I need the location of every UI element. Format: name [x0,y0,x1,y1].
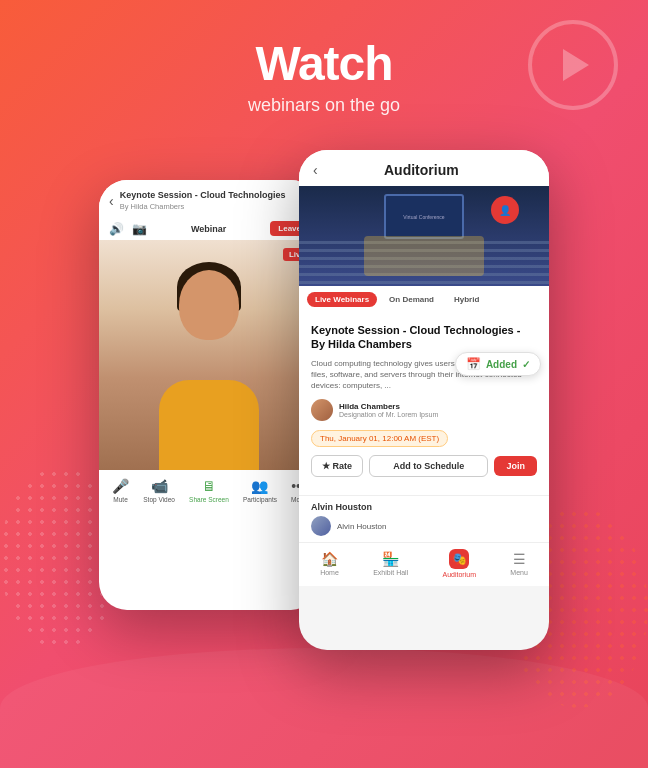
speaker-designation: Designation of Mr. Lorem Ipsum [339,411,438,418]
auditorium-icon: 🎭 [452,552,467,566]
mute-icon: 🎤 [112,478,129,494]
mute-label: Mute [113,496,127,503]
nav-menu[interactable]: ☰ Menu [510,551,528,576]
nav-participants[interactable]: 👥 Participants [243,478,277,503]
tab-on-demand[interactable]: On Demand [381,292,442,307]
nav-stop-video[interactable]: 📹 Stop Video [143,478,175,503]
participants-label: Participants [243,496,277,503]
video-area: Live [99,240,319,470]
tab-hybrid[interactable]: Hybrid [446,292,487,307]
session-title-left: Keynote Session - Cloud Technologies By … [120,190,309,211]
tab-live-webinars[interactable]: Live Webinars [307,292,377,307]
share-screen-icon: 🖥 [202,478,216,494]
speaker-info: Hilda Chambers Designation of Mr. Lorem … [339,402,438,418]
nav-share-screen[interactable]: 🖥 Share Screen [189,478,229,503]
session-title-right: Keynote Session - Cloud Technologies - B… [311,323,537,352]
nav-home[interactable]: 🏠 Home [320,551,339,576]
join-button[interactable]: Join [494,456,537,476]
share-screen-label: Share Screen [189,496,229,503]
phone-right-header: ‹ Auditorium [299,150,549,186]
auditorium-title: Auditorium [328,162,515,178]
back-arrow-right[interactable]: ‹ [313,162,318,178]
home-label: Home [320,569,339,576]
calendar-icon: 📅 [466,357,481,371]
phone-left: ‹ Keynote Session - Cloud Technologies B… [99,180,319,610]
stage-area [364,236,484,276]
second-speaker-info: Alvin Houston [311,516,537,536]
stop-video-icon: 📹 [151,478,168,494]
person-body [159,380,259,470]
check-icon: ✓ [522,359,530,370]
nav-exhibit-hall[interactable]: 🏪 Exhibit Hall [373,551,408,576]
webinar-label: Webinar [155,224,262,234]
nav-mute[interactable]: 🎤 Mute [112,478,129,503]
header: Watch webinars on the go [0,0,648,116]
speaker-name: Hilda Chambers [339,402,438,411]
bottom-nav-phone: 🎤 Mute 📹 Stop Video 🖥 Share Screen 👥 Par… [105,478,313,503]
webinar-controls-bar: 🔊 📷 Webinar Leave [99,217,319,240]
participants-icon: 👥 [251,478,268,494]
session-card: Keynote Session - Cloud Technologies - B… [299,313,549,495]
second-speaker-avatar [311,516,331,536]
person-head [179,270,239,340]
time-badge: Thu, January 01, 12:00 AM (EST) [311,430,448,447]
phone-left-top-bar: ‹ Keynote Session - Cloud Technologies B… [99,180,319,217]
screen-text: Virtual Conference [403,214,444,220]
volume-icon[interactable]: 🔊 [109,222,124,236]
auditorium-image: Virtual Conference 👤 [299,186,549,286]
phone-left-bottom-nav: 🎤 Mute 📹 Stop Video 🖥 Share Screen 👥 Par… [99,470,319,507]
phones-container: ‹ Keynote Session - Cloud Technologies B… [0,150,648,768]
page-title: Watch [0,38,648,91]
page-subtitle: webinars on the go [0,95,648,116]
exhibit-hall-label: Exhibit Hall [373,569,408,576]
speaker-bubble: 👤 [491,196,519,224]
second-speaker-name: Alvin Houston [337,522,386,531]
tab-row: Live Webinars On Demand Hybrid [299,286,549,313]
add-to-schedule-button[interactable]: Add to Schedule [369,455,488,477]
bottom-nav-right: 🏠 Home 🏪 Exhibit Hall 🎭 Auditorium ☰ Men… [299,542,549,586]
stop-video-label: Stop Video [143,496,175,503]
second-speaker-row: Alvin Houston Alvin Houston [299,495,549,542]
speaker-row: Hilda Chambers Designation of Mr. Lorem … [311,399,537,421]
added-label: Added [486,359,517,370]
stage-screen: Virtual Conference [384,194,464,239]
menu-label: Menu [510,569,528,576]
back-arrow-left[interactable]: ‹ [109,193,114,209]
nav-auditorium[interactable]: 🎭 Auditorium [443,549,476,578]
home-icon: 🏠 [321,551,338,567]
second-speaker-section-label: Alvin Houston [311,502,537,512]
phone-right: ‹ Auditorium Virtual Conference 👤 Live W… [299,150,549,650]
video-person [99,240,319,470]
exhibit-hall-icon: 🏪 [382,551,399,567]
auditorium-label: Auditorium [443,571,476,578]
speaker-bubble-icon: 👤 [499,205,511,216]
speaker-avatar [311,399,333,421]
action-row: ★ Rate Add to Schedule Join [311,455,537,477]
added-badge: 📅 Added ✓ [455,352,541,376]
menu-icon: ☰ [513,551,526,567]
rate-button[interactable]: ★ Rate [311,455,363,477]
auditorium-active-dot: 🎭 [449,549,469,569]
camera-icon[interactable]: 📷 [132,222,147,236]
